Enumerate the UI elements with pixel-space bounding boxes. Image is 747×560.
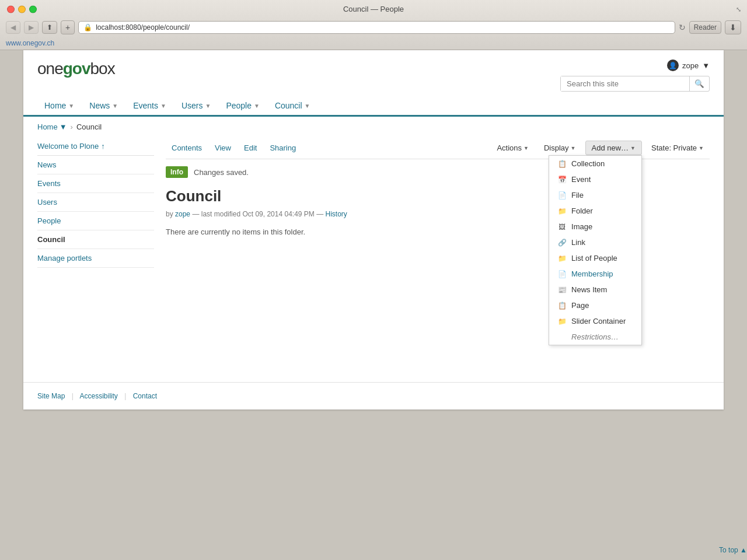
sidebar-item-users[interactable]: Users: [37, 193, 154, 212]
browser-titlebar: Council — People ⤡: [0, 0, 747, 18]
add-new-dropdown[interactable]: Add new… ▼: [585, 141, 643, 155]
close-button[interactable]: [7, 5, 15, 13]
footer-contact[interactable]: Contact: [133, 392, 157, 400]
user-area: 👤 zope ▼: [667, 60, 710, 71]
logo-gov: gov: [63, 60, 90, 78]
menu-item-collection[interactable]: 📋 Collection: [549, 156, 641, 172]
site-logo: onegovbox: [37, 60, 115, 78]
header-right: 👤 zope ▼ 🔍: [560, 60, 710, 92]
restrictions-icon: [557, 333, 567, 341]
image-icon: 🖼: [557, 223, 567, 231]
event-icon: 📅: [557, 176, 567, 184]
menu-item-page[interactable]: 📋 Page: [549, 298, 641, 313]
browser-chrome: Council — People ⤡ ◀ ▶ ⬆ + 🔒 localhost:8…: [0, 0, 747, 50]
footer-sep-2: |: [124, 392, 126, 400]
menu-item-restrictions[interactable]: Restrictions…: [549, 329, 641, 345]
sidebar-welcome[interactable]: Welcome to Plone ↑: [37, 137, 154, 156]
sidebar-item-events[interactable]: Events: [37, 174, 154, 193]
minimize-button[interactable]: [18, 5, 26, 13]
browser-toolbar: ◀ ▶ ⬆ + 🔒 localhost:8080/people/council/…: [0, 18, 747, 38]
search-area[interactable]: 🔍: [560, 76, 710, 92]
info-message: Changes saved.: [194, 168, 249, 177]
nav-item-council[interactable]: Council ▼: [268, 96, 317, 115]
list-of-people-icon: 📁: [557, 254, 567, 262]
display-arrow: ▼: [571, 145, 576, 151]
footer-accessibility[interactable]: Accessibility: [80, 392, 118, 400]
actions-arrow: ▼: [523, 145, 529, 151]
link-bar: www.onegov.ch: [0, 38, 747, 50]
search-input[interactable]: [561, 76, 689, 91]
nav-item-events[interactable]: Events ▼: [126, 96, 173, 115]
sidebar-welcome-arrow: ↑: [101, 142, 105, 150]
download-button[interactable]: ⬇: [725, 20, 741, 34]
sidebar-item-people[interactable]: People: [37, 212, 154, 230]
add-new-arrow: ▼: [630, 145, 636, 151]
site-nav: Home ▼ News ▼ Events ▼ Users ▼ People ▼ …: [23, 96, 724, 115]
content-area: Contents View Edit Sharing Actions ▼ Dis…: [166, 137, 710, 370]
history-link[interactable]: History: [326, 210, 347, 218]
link-icon: 🔗: [557, 239, 567, 247]
username: zope: [682, 61, 699, 70]
add-new-group: Add new… ▼ 📋 Collection 📅: [585, 141, 643, 155]
state-arrow: ▼: [699, 145, 704, 151]
sidebar-item-council[interactable]: Council: [37, 230, 154, 249]
footer-sitemap[interactable]: Site Map: [37, 392, 65, 400]
nav-item-people[interactable]: People ▼: [219, 96, 267, 115]
actions-dropdown[interactable]: Actions ▼: [491, 141, 535, 155]
page-wrapper: onegovbox 👤 zope ▼ 🔍 Home ▼ N: [0, 50, 747, 421]
nav-item-users[interactable]: Users ▼: [174, 96, 218, 115]
site-footer: Site Map | Accessibility | Contact: [23, 382, 724, 410]
contents-button[interactable]: Contents: [166, 141, 208, 155]
user-dropdown-arrow[interactable]: ▼: [702, 61, 710, 70]
meta-author[interactable]: zope: [175, 210, 190, 218]
nav-item-news[interactable]: News ▼: [82, 96, 125, 115]
view-button[interactable]: View: [209, 141, 237, 155]
membership-icon: 📄: [557, 270, 567, 278]
sidebar-item-manage-portlets[interactable]: Manage portlets: [37, 249, 154, 268]
menu-item-image[interactable]: 🖼 Image: [549, 219, 641, 235]
add-new-menu: 📋 Collection 📅 Event 📄 File: [549, 155, 642, 345]
folder-icon: 📁: [557, 207, 567, 215]
display-dropdown[interactable]: Display ▼: [538, 141, 582, 155]
site-container: onegovbox 👤 zope ▼ 🔍 Home ▼ N: [23, 50, 724, 410]
address-url: localhost:8080/people/council/: [96, 23, 669, 32]
logo-one: one: [37, 60, 63, 78]
menu-item-event[interactable]: 📅 Event: [549, 172, 641, 187]
user-icon: 👤: [667, 60, 679, 71]
site-header: onegovbox 👤 zope ▼ 🔍: [23, 50, 724, 92]
breadcrumb-separator: ›: [71, 123, 73, 131]
breadcrumb-home[interactable]: Home ▼: [37, 123, 67, 131]
menu-item-link[interactable]: 🔗 Link: [549, 235, 641, 250]
reader-button[interactable]: Reader: [689, 21, 721, 34]
sharing-button[interactable]: Sharing: [264, 141, 302, 155]
search-button[interactable]: 🔍: [689, 76, 709, 91]
nav-people-arrow: ▼: [254, 103, 260, 109]
maximize-button[interactable]: [29, 5, 37, 13]
collection-icon: 📋: [557, 160, 567, 168]
sidebar-item-news[interactable]: News: [37, 156, 154, 174]
reload-button[interactable]: ↻: [679, 23, 686, 32]
state-dropdown[interactable]: State: Private ▼: [645, 141, 710, 155]
window-resize-icon: ⤡: [736, 6, 741, 13]
menu-item-membership[interactable]: 📄 Membership: [549, 266, 641, 282]
menu-item-slider-container[interactable]: 📁 Slider Container: [549, 313, 641, 329]
logo-box: box: [90, 60, 115, 78]
new-tab-button[interactable]: +: [61, 20, 75, 34]
menu-item-folder[interactable]: 📁 Folder: [549, 203, 641, 219]
nav-item-home[interactable]: Home ▼: [37, 96, 81, 115]
menu-item-list-of-people[interactable]: 📁 List of People: [549, 250, 641, 266]
menu-item-news-item[interactable]: 📰 News Item: [549, 282, 641, 298]
lock-icon: 🔒: [83, 23, 92, 32]
share-button[interactable]: ⬆: [42, 21, 57, 34]
file-icon: 📄: [557, 191, 567, 200]
edit-button[interactable]: Edit: [238, 141, 263, 155]
news-item-icon: 📰: [557, 286, 567, 294]
menu-item-file[interactable]: 📄 File: [549, 187, 641, 203]
window-controls: [7, 5, 37, 13]
nav-council-arrow: ▼: [305, 103, 310, 109]
nav-home-arrow: ▼: [68, 103, 74, 109]
back-button[interactable]: ◀: [6, 21, 20, 34]
address-bar[interactable]: 🔒 localhost:8080/people/council/: [78, 21, 675, 34]
forward-button[interactable]: ▶: [24, 21, 39, 34]
slider-container-icon: 📁: [557, 317, 567, 326]
